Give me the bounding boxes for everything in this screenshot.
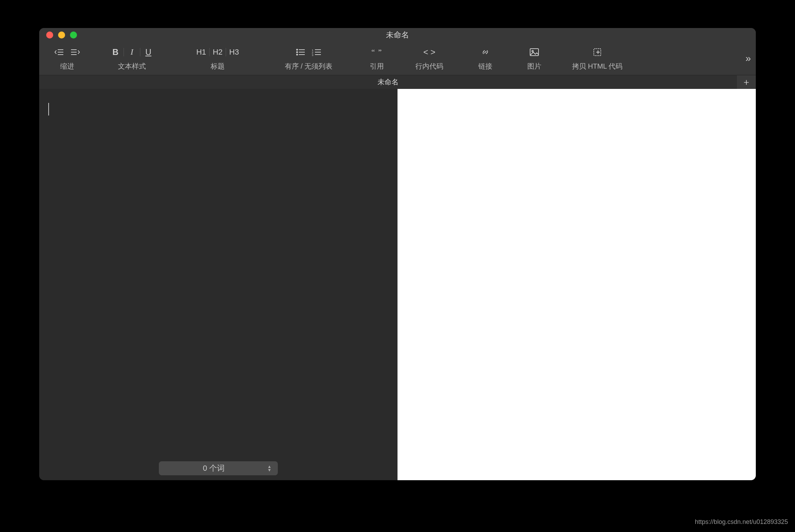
new-tab-button[interactable]: ＋ (737, 75, 756, 89)
tabbar: 未命名 ＋ (39, 75, 756, 89)
image-button[interactable] (526, 46, 542, 58)
toolbar-group-image: 图片 (512, 42, 557, 75)
toolbar-group-copyhtml: 拷贝 HTML 代码 (557, 42, 638, 75)
unordered-list-button[interactable] (293, 46, 309, 58)
h3-button[interactable]: H3 (226, 46, 242, 58)
copyhtml-label: 拷贝 HTML 代码 (572, 62, 623, 71)
unordered-list-icon (296, 48, 305, 56)
inline-code-button[interactable]: < > (421, 46, 437, 58)
svg-point-19 (532, 50, 533, 52)
wordcount-text: 0 个词 (203, 463, 225, 474)
toolbar-group-list: 1 2 3 有序 / 无须列表 (263, 42, 354, 75)
window-title: 未命名 (39, 30, 756, 40)
wordcount-selector[interactable]: 0 个词 ▲▼ (159, 461, 278, 475)
plus-icon: ＋ (742, 76, 751, 88)
style-label: 文本样式 (118, 62, 146, 71)
close-button[interactable] (46, 31, 53, 38)
titlebar: 未命名 (39, 28, 756, 42)
image-icon (529, 48, 539, 56)
link-button[interactable] (477, 46, 493, 58)
editor-pane[interactable]: 0 个词 ▲▼ (39, 89, 398, 480)
text-cursor (48, 103, 49, 115)
link-label: 链接 (478, 62, 492, 71)
indent-label: 缩进 (60, 62, 74, 71)
heading-label: 标题 (211, 62, 225, 71)
image-label: 图片 (527, 62, 541, 71)
svg-point-7 (297, 51, 298, 52)
zoom-button[interactable] (70, 31, 77, 38)
underline-button[interactable]: U (140, 46, 156, 58)
svg-point-8 (297, 54, 298, 55)
svg-text:3: 3 (312, 54, 314, 56)
quote-label: 引用 (370, 62, 384, 71)
toolbar-group-link: 链接 (459, 42, 512, 75)
toolbar-group-style: B I U 文本样式 (92, 42, 172, 75)
tab-untitled[interactable]: 未命名 (39, 75, 737, 89)
svg-point-6 (297, 49, 298, 50)
indent-button[interactable] (67, 46, 83, 58)
bold-button[interactable]: B (107, 46, 124, 58)
ordered-list-icon: 1 2 3 (312, 48, 322, 56)
app-window: 未命名 (39, 28, 756, 480)
toolbar: 缩进 B I U 文本样式 H1 H2 H3 标题 (39, 42, 756, 75)
watermark-text: https://blog.csdn.net/u012893325 (695, 518, 788, 526)
ordered-list-button[interactable]: 1 2 3 (309, 46, 325, 58)
code-label: 行内代码 (415, 62, 443, 71)
toolbar-overflow-button[interactable]: » (745, 42, 751, 75)
italic-button[interactable]: I (124, 46, 140, 58)
h1-button[interactable]: H1 (193, 46, 209, 58)
copy-html-button[interactable] (589, 46, 605, 58)
preview-pane (398, 89, 756, 480)
toolbar-group-quote: “ ” 引用 (354, 42, 400, 75)
quote-button[interactable]: “ ” (369, 46, 385, 58)
quote-icon: “ ” (371, 48, 382, 57)
chevron-double-right-icon: » (745, 53, 751, 64)
code-icon: < > (423, 47, 436, 57)
traffic-lights (39, 31, 77, 38)
toolbar-group-heading: H1 H2 H3 标题 (172, 42, 263, 75)
minimize-button[interactable] (58, 31, 65, 38)
link-icon (481, 48, 490, 57)
outdent-button[interactable] (51, 46, 67, 58)
content-area: 0 个词 ▲▼ (39, 89, 756, 480)
h2-button[interactable]: H2 (210, 46, 226, 58)
svg-rect-18 (530, 49, 539, 56)
toolbar-group-indent: 缩进 (43, 42, 92, 75)
list-label: 有序 / 无须列表 (285, 62, 333, 71)
outdent-icon (54, 48, 64, 56)
toolbar-group-code: < > 行内代码 (400, 42, 459, 75)
indent-icon (70, 48, 80, 56)
copy-html-icon (593, 48, 602, 57)
stepper-icon: ▲▼ (267, 461, 274, 475)
